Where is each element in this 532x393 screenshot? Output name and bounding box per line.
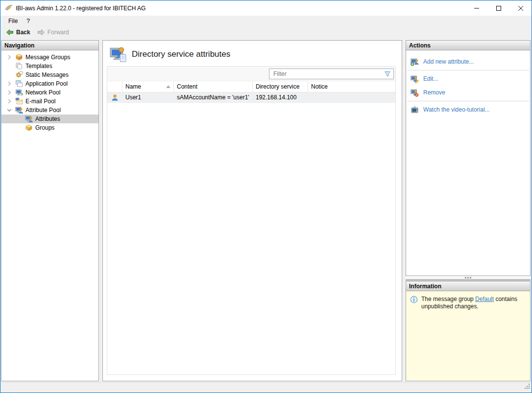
actions-panel: Actions Add new attribute... Edit... Rem… (406, 40, 531, 276)
information-body: The message group Default contains unpub… (406, 291, 530, 381)
grid-empty-area (107, 103, 395, 374)
page-title: Directory service attributes (132, 49, 230, 59)
menu-file[interactable]: File (4, 17, 22, 25)
tree-item-static-messages[interactable]: Static Messages (1, 70, 98, 79)
filter-bar (107, 67, 395, 81)
chevron-right-icon[interactable] (5, 89, 13, 96)
tree-item-label: Static Messages (25, 71, 69, 78)
back-button[interactable]: Back (3, 27, 33, 37)
navigation-panel-header: Navigation (1, 41, 98, 50)
filter-funnel-icon[interactable] (384, 70, 391, 78)
attribute-pool-icon (15, 106, 23, 114)
column-label: Name (125, 83, 141, 90)
cell-content: sAMAccountName = 'user1' (174, 94, 253, 101)
remove-attribute-icon (411, 89, 419, 97)
main-header: Directory service attributes (103, 41, 402, 66)
main-panel: Directory service attributes Name Conten… (102, 40, 402, 381)
resize-grip-icon[interactable] (524, 382, 530, 391)
tree-item-attribute-pool[interactable]: Attribute Pool (1, 106, 98, 115)
tree-item-network-pool[interactable]: Network Pool (1, 88, 98, 97)
action-label: Add new attribute... (423, 58, 474, 65)
vertical-splitter-left[interactable] (99, 40, 102, 381)
column-header-content[interactable]: Content (174, 81, 253, 92)
maximize-icon (496, 6, 501, 11)
column-label: Directory service (256, 83, 299, 90)
add-new-attribute-link[interactable]: Add new attribute... (406, 55, 530, 69)
information-panel-header: Information (406, 281, 530, 291)
maximize-button[interactable] (487, 0, 509, 16)
tree-item-label: Application Pool (25, 80, 68, 87)
tree-item-attributes[interactable]: Attributes (1, 115, 98, 123)
tree-item-label: Groups (35, 124, 54, 131)
close-button[interactable] (509, 0, 532, 16)
app-icon (5, 4, 13, 12)
default-message-group-link[interactable]: Default (475, 296, 494, 302)
minimize-icon (474, 6, 479, 11)
table-header: Name Content Directory service Notice (107, 81, 395, 92)
app-window: IBI-aws Admin 1.22.0 - registered for IB… (0, 0, 532, 393)
templates-icon (15, 62, 23, 70)
minimize-button[interactable] (465, 0, 487, 16)
forward-button[interactable]: Forward (35, 27, 72, 37)
back-label: Back (16, 29, 30, 36)
tree-item-templates[interactable]: Templates (1, 62, 98, 70)
tree-item-message-groups[interactable]: Message Groups (1, 53, 98, 62)
video-tutorial-icon (411, 106, 419, 114)
horizontal-splitter[interactable] (406, 276, 531, 281)
column-label: Notice (311, 83, 328, 90)
cell-name: User1 (122, 94, 174, 101)
chevron-right-icon[interactable] (5, 53, 13, 61)
status-bar (0, 382, 532, 393)
directory-service-attributes-icon (110, 45, 128, 63)
actions-separator (407, 70, 529, 70)
chevron-right-icon[interactable] (5, 97, 13, 105)
title-bar: IBI-aws Admin 1.22.0 - registered for IB… (0, 0, 532, 16)
tree-item-label: Templates (25, 63, 52, 69)
chevron-down-icon[interactable] (5, 106, 13, 114)
watch-video-tutorial-link[interactable]: Watch the video-tutorial... (406, 103, 530, 116)
forward-arrow-icon (37, 28, 45, 36)
tree-item-application-pool[interactable]: Application Pool (1, 79, 98, 88)
action-label: Watch the video-tutorial... (423, 106, 490, 113)
edit-link[interactable]: Edit... (406, 72, 530, 86)
tree-item-label: Network Pool (25, 89, 60, 96)
filter-field[interactable] (269, 69, 394, 79)
menu-bar: File ? (0, 16, 532, 26)
information-panel: Information The message group Default co… (406, 281, 531, 381)
menu-help[interactable]: ? (22, 17, 34, 25)
right-column: Actions Add new attribute... Edit... Rem… (406, 40, 531, 381)
filter-input[interactable] (272, 70, 384, 78)
message-groups-icon (15, 53, 23, 61)
window-title: IBI-aws Admin 1.22.0 - registered for IB… (16, 5, 145, 12)
actions-panel-header: Actions (406, 41, 530, 50)
column-header-notice[interactable]: Notice (308, 81, 395, 92)
add-attribute-icon (411, 58, 419, 66)
remove-link[interactable]: Remove (406, 86, 530, 99)
column-label: Content (177, 83, 197, 90)
tree-item-label: E-mail Pool (25, 98, 55, 105)
tree-item-email-pool[interactable]: E-mail Pool (1, 97, 98, 106)
forward-label: Forward (48, 29, 69, 36)
actions-list: Add new attribute... Edit... Remove W (406, 50, 530, 116)
navigation-tree: Message Groups Templates Static Messages… (1, 50, 98, 132)
attributes-grid: Name Content Directory service Notice Us… (107, 66, 396, 375)
action-label: Edit... (423, 75, 438, 82)
tree-item-label: Message Groups (25, 54, 70, 61)
table-row[interactable]: User1 sAMAccountName = 'user1' 192.168.1… (107, 92, 395, 103)
chevron-right-icon[interactable] (5, 80, 13, 88)
info-icon (410, 296, 418, 376)
action-label: Remove (423, 89, 445, 96)
column-header-icon[interactable] (107, 81, 122, 92)
content-area: Navigation Message Groups Templates Stat… (0, 38, 532, 382)
information-message: The message group Default contains unpub… (421, 296, 519, 376)
actions-separator (407, 101, 529, 101)
column-header-name[interactable]: Name (122, 81, 174, 92)
vertical-splitter-right[interactable] (402, 40, 406, 381)
edit-attribute-icon (411, 75, 419, 83)
network-pool-icon (15, 89, 23, 96)
tree-item-groups[interactable]: Groups (1, 123, 98, 132)
application-pool-icon (15, 80, 23, 88)
column-header-directory-service[interactable]: Directory service (253, 81, 308, 92)
email-pool-icon (15, 97, 23, 105)
navigation-toolbar: Back Forward (0, 26, 532, 38)
